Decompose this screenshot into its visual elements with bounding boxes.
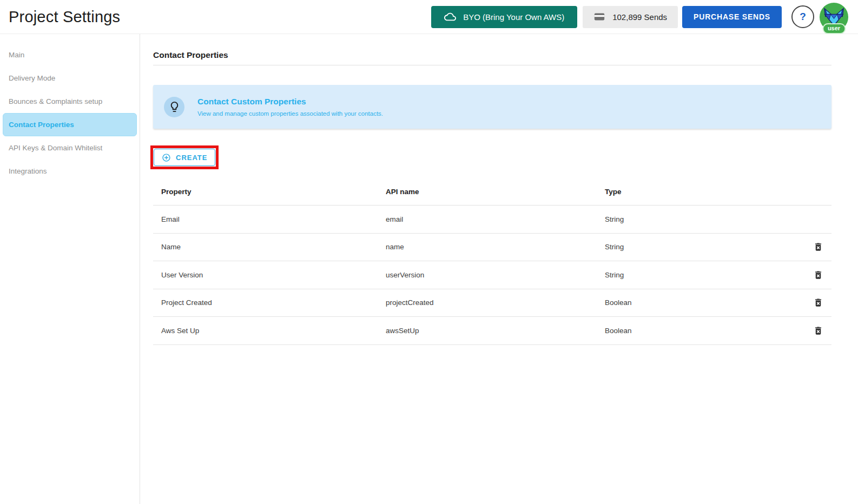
header: Project Settings BYO (Bring Your Own AWS…: [0, 0, 858, 34]
sidebar-item-label: API Keys & Domain Whitelist: [9, 144, 102, 152]
purchase-sends-button[interactable]: PURCHASE SENDS: [682, 6, 782, 28]
byo-label: BYO (Bring Your Own AWS): [463, 12, 564, 22]
cell-property: Aws Set Up: [153, 327, 386, 335]
properties-table: Property API name Type Email email Strin…: [153, 178, 831, 345]
table-row: Email email String: [153, 205, 831, 234]
create-button[interactable]: CREATE: [154, 149, 215, 166]
cloud-icon: [444, 11, 456, 23]
content-area: Contact Properties Contact Custom Proper…: [140, 34, 858, 504]
create-button-annotation: CREATE: [150, 145, 219, 169]
sidebar-item[interactable]: Main: [3, 43, 137, 67]
cell-api-name: awsSetUp: [386, 327, 605, 335]
table-row: Name name String: [153, 234, 831, 262]
delete-forever-icon: [813, 270, 824, 280]
cell-type: String: [605, 243, 624, 251]
sidebar-item-label: Bounces & Complaints setup: [9, 97, 102, 105]
sidebar-item[interactable]: API Keys & Domain Whitelist: [3, 136, 137, 160]
create-button-label: CREATE: [176, 154, 207, 162]
sidebar-item[interactable]: Delivery Mode: [3, 67, 137, 90]
delete-forever-icon: [813, 242, 824, 252]
page-title: Project Settings: [9, 8, 120, 26]
cell-type: Boolean: [605, 299, 632, 307]
cell-property: Project Created: [153, 299, 386, 307]
sidebar-item-label: Main: [9, 51, 24, 59]
table-row: User Version userVersion String: [153, 261, 831, 289]
delete-forever-icon: [813, 326, 824, 336]
add-circle-icon: [162, 153, 171, 162]
cell-property: User Version: [153, 271, 386, 279]
heading-divider: [153, 65, 831, 65]
banner-icon-circle: [164, 97, 184, 117]
help-button[interactable]: ?: [791, 5, 814, 28]
table-header-row: Property API name Type: [153, 178, 831, 205]
banner-text: Contact Custom Properties View and manag…: [197, 97, 383, 117]
sidebar-item[interactable]: Integrations: [3, 160, 137, 183]
info-banner: Contact Custom Properties View and manag…: [153, 85, 831, 129]
cell-type: String: [605, 271, 624, 279]
sends-counter-label: 102,899 Sends: [612, 12, 667, 22]
sidebar-item-label: Contact Properties: [9, 121, 74, 129]
delete-forever-icon: [813, 297, 824, 308]
user-role-badge: user: [822, 23, 846, 34]
cell-api-name: email: [386, 215, 605, 223]
table-body: Email email String Nam: [153, 205, 831, 345]
sidebar-item[interactable]: Contact Properties: [3, 113, 137, 136]
delete-property-button[interactable]: [813, 297, 824, 308]
table-row: Aws Set Up awsSetUp Boolean: [153, 317, 831, 345]
avatar[interactable]: user: [819, 2, 849, 32]
cell-type: String: [605, 215, 624, 223]
table-row: Project Created projectCreated Boolean: [153, 289, 831, 317]
settings-sidebar: Main Delivery Mode Bounces & Complaints …: [0, 34, 140, 504]
banner-title: Contact Custom Properties: [197, 97, 383, 107]
cell-api-name: name: [386, 243, 605, 251]
cell-property: Email: [153, 215, 386, 223]
column-header-api-name: API name: [386, 188, 605, 196]
delete-property-button[interactable]: [813, 269, 824, 280]
cell-type: Boolean: [605, 327, 632, 335]
cell-api-name: userVersion: [386, 271, 605, 279]
question-mark-icon: ?: [800, 11, 806, 23]
cell-api-name: projectCreated: [386, 299, 605, 307]
sidebar-item-label: Delivery Mode: [9, 74, 55, 82]
byo-aws-button[interactable]: BYO (Bring Your Own AWS): [431, 6, 577, 28]
delete-property-button[interactable]: [813, 325, 824, 336]
sidebar-item-label: Integrations: [9, 167, 47, 175]
section-heading: Contact Properties: [153, 50, 831, 60]
sends-counter-chip[interactable]: 102,899 Sends: [583, 6, 678, 28]
column-header-property: Property: [153, 188, 386, 196]
delete-property-button[interactable]: [813, 242, 824, 253]
cell-property: Name: [153, 243, 386, 251]
sidebar-item[interactable]: Bounces & Complaints setup: [3, 90, 137, 113]
lightbulb-icon: [168, 101, 181, 113]
main-layout: Main Delivery Mode Bounces & Complaints …: [0, 34, 858, 504]
header-actions: BYO (Bring Your Own AWS) 102,899 Sends P…: [431, 2, 849, 32]
column-header-type: Type: [605, 188, 622, 196]
banner-subtitle: View and manage custom properties associ…: [197, 110, 383, 117]
credit-card-icon: [593, 11, 605, 23]
